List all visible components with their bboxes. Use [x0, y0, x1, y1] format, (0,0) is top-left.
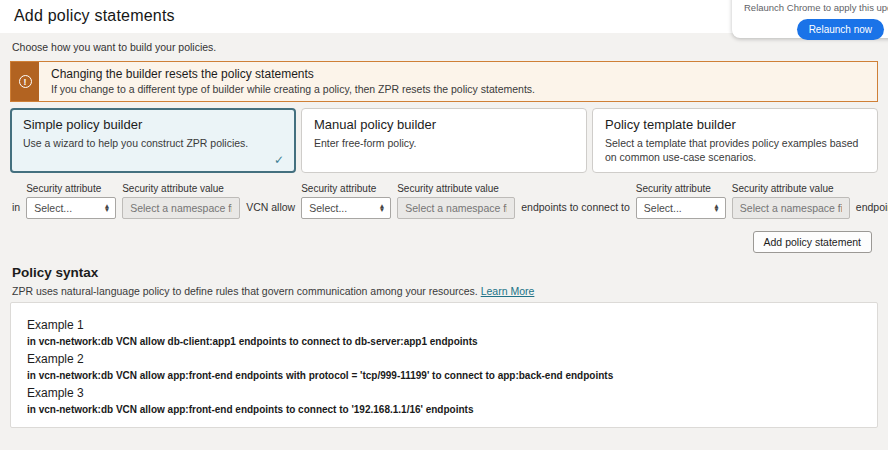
example-statement: in vcn-network:db VCN allow app:front-en…	[27, 370, 861, 381]
add-policy-statement-button[interactable]: Add policy statement	[753, 231, 872, 253]
alert-circle-icon: !	[19, 75, 32, 88]
card-manual-policy-builder[interactable]: Manual policy builder Enter free-form po…	[301, 108, 587, 173]
builder-intro-text: Choose how you want to build your polici…	[12, 41, 876, 53]
security-attribute-select-2[interactable]: Select... ▲▼	[301, 197, 391, 219]
chrome-update-popup: Relaunch Chrome to apply this update Rel…	[732, 0, 888, 38]
security-attribute-value-field-3: Security attribute value	[732, 183, 850, 219]
builder-panel: Choose how you want to build your polici…	[0, 33, 888, 450]
description-text: ZPR uses natural-language policy to defi…	[12, 285, 478, 297]
card-description: Select a template that provides policy e…	[605, 136, 865, 164]
field-label: Security attribute	[636, 183, 726, 194]
statement-connector: endpoints to connect to	[521, 201, 630, 219]
chevron-updown-icon: ▲▼	[713, 204, 719, 212]
chevron-updown-icon: ▲▼	[379, 204, 385, 212]
security-attribute-value-input-2[interactable]	[397, 197, 515, 219]
card-description: Use a wizard to help you construct ZPR p…	[23, 136, 283, 150]
warning-banner: ! Changing the builder resets the policy…	[10, 61, 878, 102]
card-title: Simple policy builder	[23, 117, 283, 132]
policy-examples-box: Example 1 in vcn-network:db VCN allow db…	[10, 302, 878, 428]
security-attribute-value-field-1: Security attribute value	[122, 183, 240, 219]
field-label: Security attribute	[301, 183, 391, 194]
add-statement-row: Add policy statement	[10, 231, 872, 253]
chevron-updown-icon: ▲▼	[104, 204, 110, 212]
security-attribute-value-input-3[interactable]	[732, 197, 850, 219]
example-statement: in vcn-network:db VCN allow db-client:ap…	[27, 336, 861, 347]
example-label: Example 1	[27, 318, 861, 332]
security-attribute-value-input-1[interactable]	[122, 197, 240, 219]
field-label: Security attribute value	[397, 183, 515, 194]
security-attribute-field-3: Security attribute Select... ▲▼	[636, 183, 726, 219]
chrome-popup-actions: Relaunch now	[744, 19, 888, 40]
policy-syntax-description: ZPR uses natural-language policy to defi…	[12, 285, 878, 297]
policy-syntax-heading: Policy syntax	[12, 265, 878, 280]
card-policy-template-builder[interactable]: Policy template builder Select a templat…	[592, 108, 878, 173]
select-value: Select...	[34, 202, 72, 214]
field-label: Security attribute value	[122, 183, 240, 194]
select-value: Select...	[309, 202, 347, 214]
security-attribute-value-field-2: Security attribute value	[397, 183, 515, 219]
example-label: Example 2	[27, 352, 861, 366]
field-label: Security attribute	[26, 183, 116, 194]
learn-more-link[interactable]: Learn More	[481, 285, 535, 297]
builder-cards-row: Simple policy builder Use a wizard to he…	[10, 108, 878, 173]
warning-body: Changing the builder resets the policy s…	[39, 62, 547, 101]
warning-accent-strip: !	[11, 62, 39, 101]
security-attribute-field-2: Security attribute Select... ▲▼	[301, 183, 391, 219]
statement-connector: endpoints	[856, 201, 888, 219]
card-title: Manual policy builder	[314, 117, 574, 132]
security-attribute-field-1: Security attribute Select... ▲▼	[26, 183, 116, 219]
statement-prefix: in	[12, 201, 20, 219]
warning-text: If you change to a different type of bui…	[51, 83, 535, 95]
select-value: Select...	[644, 202, 682, 214]
field-label: Security attribute value	[732, 183, 850, 194]
check-icon: ✓	[274, 153, 284, 167]
security-attribute-select-3[interactable]: Select... ▲▼	[636, 197, 726, 219]
chrome-update-message: Relaunch Chrome to apply this update	[744, 2, 888, 13]
policy-statement-row: in Security attribute Select... ▲▼ Secur…	[12, 183, 878, 219]
card-description: Enter free-form policy.	[314, 136, 574, 150]
security-attribute-select-1[interactable]: Select... ▲▼	[26, 197, 116, 219]
card-simple-policy-builder[interactable]: Simple policy builder Use a wizard to he…	[10, 108, 296, 173]
example-statement: in vcn-network:db VCN allow app:front-en…	[27, 404, 861, 415]
statement-connector: VCN allow	[246, 201, 295, 219]
page-title: Add policy statements	[14, 7, 175, 24]
policy-syntax-section: Policy syntax ZPR uses natural-language …	[10, 265, 878, 428]
relaunch-now-button[interactable]: Relaunch now	[797, 19, 884, 40]
warning-title: Changing the builder resets the policy s…	[51, 67, 535, 81]
example-label: Example 3	[27, 386, 861, 400]
card-title: Policy template builder	[605, 117, 865, 132]
